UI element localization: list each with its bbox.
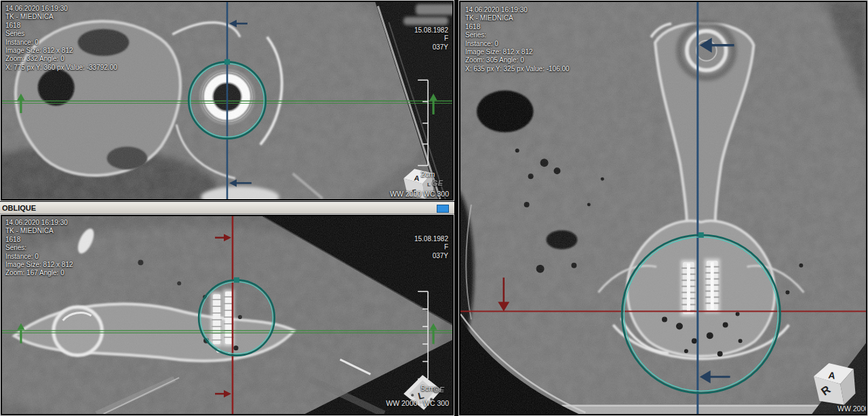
cube-face-right: L <box>427 182 431 188</box>
info-line: 1618 <box>5 236 73 244</box>
ct-workstation-screen: A F L 14.06.2020 16:19:30 TK - MIEDNICA … <box>0 0 868 416</box>
info-line: Image Size: 812 x 812 <box>5 261 73 269</box>
info-line: 1618 <box>465 23 570 31</box>
info-line: Instance: 0 <box>5 39 117 47</box>
ge-logo: GE <box>432 179 443 187</box>
info-line: TK - MIEDNICA <box>5 13 117 21</box>
window-level-label: WW 2000 WC 300 <box>390 190 449 198</box>
oblique-panel-button[interactable] <box>437 205 449 213</box>
info-line: Series <box>5 30 117 38</box>
scale-label: 2cm <box>408 170 448 178</box>
ct-surface-axial: A F L 14.06.2020 16:19:30 TK - MIEDNICA … <box>2 2 452 199</box>
info-line: X: 775 px Y: 360 px Value: -33792.00 <box>5 64 117 72</box>
ge-logo: GE <box>433 386 444 394</box>
sex: F <box>414 243 448 251</box>
ct-surface-coronal: A R 14.06.2020 16:19:30 TK - MIEDNICA 16… <box>460 2 866 414</box>
dicom-info-overlay: 14.06.2020 16:19:30 TK - MIEDNICA 1618 S… <box>5 5 117 72</box>
dicom-info-overlay: 14.06.2020 16:19:30 TK - MIEDNICA 1618 S… <box>5 219 73 278</box>
info-line: Image Size: 812 x 812 <box>5 47 117 55</box>
info-line: Zoom: 332 Angle: 0 <box>5 55 117 63</box>
info-line: 14.06.2020 16:19:30 <box>5 219 73 227</box>
age: 037Y <box>414 43 448 51</box>
info-line: Zoom: 167 Angle: 0 <box>5 269 73 277</box>
redacted-patient-name <box>416 4 452 15</box>
info-line: 14.06.2020 16:19:30 <box>465 6 570 14</box>
ct-viewport-coronal[interactable]: A R 14.06.2020 16:19:30 TK - MIEDNICA 16… <box>458 0 868 416</box>
oblique-title: OBLIQUE <box>2 204 36 212</box>
roi-handle[interactable] <box>234 277 239 283</box>
info-line: 14.06.2020 16:19:30 <box>5 5 117 13</box>
birth-date: 15.08.1982 <box>414 26 448 35</box>
roi-handle[interactable] <box>224 59 230 64</box>
info-line: TK - MIEDNICA <box>465 14 570 22</box>
info-line: Image Size: 812 x 812 <box>465 48 570 56</box>
info-line: X: 635 px Y: 325 px Value: -106.00 <box>465 65 570 73</box>
redacted-patient-id <box>403 17 448 25</box>
info-line: Instance: 0 <box>465 40 570 48</box>
info-line: 1618 <box>5 22 117 30</box>
window-level-label: WW 2000 : WC 300 <box>386 399 449 407</box>
window-level-label: WW 2000 : WC 300 <box>837 404 866 413</box>
patient-demographics: 15.08.1982 F 037Y <box>414 235 448 260</box>
patient-demographics: 15.08.1982 F 037Y <box>414 26 448 51</box>
ct-surface-oblique: L 14.06.2020 16:19:30 TK - MIEDNICA 1618… <box>2 216 452 414</box>
info-line: Series: <box>465 31 570 39</box>
info-line: TK - MIEDNICA <box>5 227 73 235</box>
birth-date: 15.08.1982 <box>414 235 448 243</box>
info-line: Series: <box>5 244 73 252</box>
sex: F <box>414 35 448 43</box>
ct-viewport-axial[interactable]: A F L 14.06.2020 16:19:30 TK - MIEDNICA … <box>0 0 454 201</box>
cube-face-top: A <box>828 369 836 381</box>
age: 037Y <box>414 252 448 260</box>
info-line: Zoom: 305 Angle: 0 <box>465 56 570 64</box>
ct-viewport-oblique[interactable]: L 14.06.2020 16:19:30 TK - MIEDNICA 1618… <box>0 214 454 416</box>
info-line: Instance: 0 <box>5 253 73 261</box>
oblique-title-bar: OBLIQUE <box>0 202 454 214</box>
roi-handle[interactable] <box>698 232 704 238</box>
dicom-info-overlay: 14.06.2020 16:19:30 TK - MIEDNICA 1618 S… <box>465 6 570 73</box>
